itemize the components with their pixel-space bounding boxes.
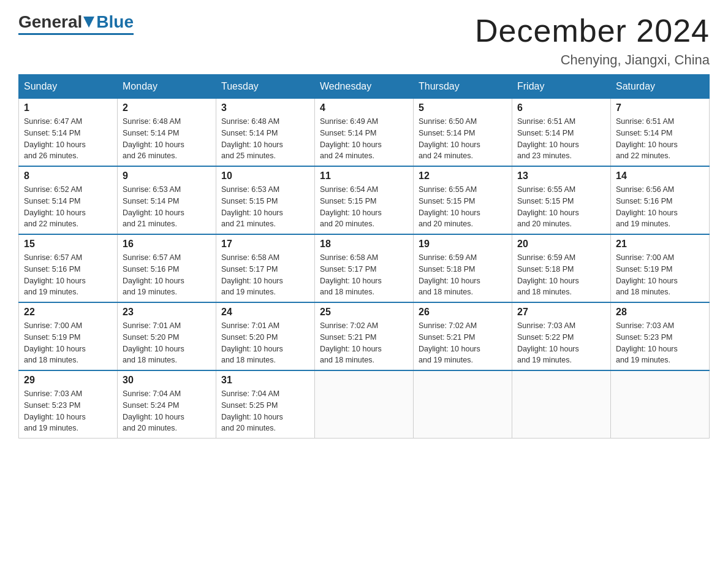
day-number: 26 bbox=[419, 307, 507, 318]
weekday-header-row: SundayMondayTuesdayWednesdayThursdayFrid… bbox=[19, 75, 710, 99]
calendar-week-row: 15Sunrise: 6:57 AMSunset: 5:16 PMDayligh… bbox=[19, 234, 710, 302]
day-number: 3 bbox=[221, 102, 309, 113]
day-number: 20 bbox=[517, 239, 605, 250]
day-number: 30 bbox=[123, 375, 211, 386]
day-info: Sunrise: 6:58 AMSunset: 5:17 PMDaylight:… bbox=[221, 252, 309, 298]
header: General Blue December 2024 Chenying, Jia… bbox=[18, 12, 710, 68]
weekday-header-sunday: Sunday bbox=[19, 75, 118, 99]
weekday-header-wednesday: Wednesday bbox=[315, 75, 414, 99]
day-info: Sunrise: 7:04 AMSunset: 5:24 PMDaylight:… bbox=[123, 388, 211, 434]
day-number: 6 bbox=[517, 102, 605, 113]
day-info: Sunrise: 7:02 AMSunset: 5:21 PMDaylight:… bbox=[419, 320, 507, 366]
calendar-cell bbox=[414, 370, 512, 439]
calendar-cell: 7Sunrise: 6:51 AMSunset: 5:14 PMDaylight… bbox=[611, 99, 710, 167]
calendar-cell: 6Sunrise: 6:51 AMSunset: 5:14 PMDaylight… bbox=[512, 99, 611, 167]
day-number: 29 bbox=[24, 375, 112, 386]
day-number: 16 bbox=[123, 239, 211, 250]
day-number: 4 bbox=[320, 102, 408, 113]
calendar-cell: 10Sunrise: 6:53 AMSunset: 5:15 PMDayligh… bbox=[216, 166, 315, 234]
calendar-cell: 31Sunrise: 7:04 AMSunset: 5:25 PMDayligh… bbox=[216, 370, 315, 439]
calendar-cell: 21Sunrise: 7:00 AMSunset: 5:19 PMDayligh… bbox=[611, 234, 710, 302]
day-number: 12 bbox=[419, 170, 507, 182]
day-info: Sunrise: 7:00 AMSunset: 5:19 PMDaylight:… bbox=[616, 252, 704, 298]
day-number: 7 bbox=[616, 102, 704, 113]
calendar-cell: 13Sunrise: 6:55 AMSunset: 5:15 PMDayligh… bbox=[512, 166, 611, 234]
calendar-cell: 29Sunrise: 7:03 AMSunset: 5:23 PMDayligh… bbox=[19, 370, 118, 439]
weekday-header-thursday: Thursday bbox=[414, 75, 512, 99]
logo-general-text: General bbox=[18, 12, 82, 32]
day-info: Sunrise: 6:51 AMSunset: 5:14 PMDaylight:… bbox=[517, 116, 605, 162]
title-area: December 2024 Chenying, Jiangxi, China bbox=[475, 12, 710, 68]
logo-underline bbox=[18, 33, 134, 35]
day-info: Sunrise: 6:53 AMSunset: 5:15 PMDaylight:… bbox=[221, 184, 309, 230]
day-info: Sunrise: 6:48 AMSunset: 5:14 PMDaylight:… bbox=[221, 116, 309, 162]
weekday-header-monday: Monday bbox=[118, 75, 216, 99]
day-info: Sunrise: 6:55 AMSunset: 5:15 PMDaylight:… bbox=[419, 184, 507, 230]
calendar-cell: 28Sunrise: 7:03 AMSunset: 5:23 PMDayligh… bbox=[611, 302, 710, 370]
day-info: Sunrise: 6:50 AMSunset: 5:14 PMDaylight:… bbox=[419, 116, 507, 162]
day-number: 17 bbox=[221, 239, 309, 250]
weekday-header-saturday: Saturday bbox=[611, 75, 710, 99]
weekday-header-tuesday: Tuesday bbox=[216, 75, 315, 99]
calendar-cell: 2Sunrise: 6:48 AMSunset: 5:14 PMDaylight… bbox=[118, 99, 216, 167]
calendar-cell: 19Sunrise: 6:59 AMSunset: 5:18 PMDayligh… bbox=[414, 234, 512, 302]
calendar-week-row: 1Sunrise: 6:47 AMSunset: 5:14 PMDaylight… bbox=[19, 99, 710, 167]
location-title: Chenying, Jiangxi, China bbox=[475, 52, 710, 68]
day-info: Sunrise: 7:02 AMSunset: 5:21 PMDaylight:… bbox=[320, 320, 408, 366]
day-info: Sunrise: 7:03 AMSunset: 5:23 PMDaylight:… bbox=[616, 320, 704, 366]
calendar-cell: 16Sunrise: 6:57 AMSunset: 5:16 PMDayligh… bbox=[118, 234, 216, 302]
day-number: 15 bbox=[24, 239, 112, 250]
calendar-cell: 20Sunrise: 6:59 AMSunset: 5:18 PMDayligh… bbox=[512, 234, 611, 302]
calendar-week-row: 8Sunrise: 6:52 AMSunset: 5:14 PMDaylight… bbox=[19, 166, 710, 234]
calendar-cell bbox=[512, 370, 611, 439]
calendar-week-row: 29Sunrise: 7:03 AMSunset: 5:23 PMDayligh… bbox=[19, 370, 710, 439]
day-number: 27 bbox=[517, 307, 605, 318]
calendar-cell: 18Sunrise: 6:58 AMSunset: 5:17 PMDayligh… bbox=[315, 234, 414, 302]
day-number: 1 bbox=[24, 102, 112, 113]
logo-blue-text: Blue bbox=[96, 12, 134, 32]
day-info: Sunrise: 7:03 AMSunset: 5:23 PMDaylight:… bbox=[24, 388, 112, 434]
calendar-week-row: 22Sunrise: 7:00 AMSunset: 5:19 PMDayligh… bbox=[19, 302, 710, 370]
calendar-cell: 14Sunrise: 6:56 AMSunset: 5:16 PMDayligh… bbox=[611, 166, 710, 234]
day-number: 10 bbox=[221, 170, 309, 182]
day-info: Sunrise: 7:01 AMSunset: 5:20 PMDaylight:… bbox=[221, 320, 309, 366]
day-number: 18 bbox=[320, 239, 408, 250]
calendar-cell: 27Sunrise: 7:03 AMSunset: 5:22 PMDayligh… bbox=[512, 302, 611, 370]
day-info: Sunrise: 6:59 AMSunset: 5:18 PMDaylight:… bbox=[517, 252, 605, 298]
day-info: Sunrise: 6:57 AMSunset: 5:16 PMDaylight:… bbox=[24, 252, 112, 298]
day-info: Sunrise: 7:04 AMSunset: 5:25 PMDaylight:… bbox=[221, 388, 309, 434]
calendar-cell: 3Sunrise: 6:48 AMSunset: 5:14 PMDaylight… bbox=[216, 99, 315, 167]
calendar-cell: 9Sunrise: 6:53 AMSunset: 5:14 PMDaylight… bbox=[118, 166, 216, 234]
calendar-cell: 23Sunrise: 7:01 AMSunset: 5:20 PMDayligh… bbox=[118, 302, 216, 370]
day-info: Sunrise: 6:55 AMSunset: 5:15 PMDaylight:… bbox=[517, 184, 605, 230]
day-number: 14 bbox=[616, 170, 704, 182]
day-info: Sunrise: 6:47 AMSunset: 5:14 PMDaylight:… bbox=[24, 116, 112, 162]
logo: General Blue bbox=[18, 12, 134, 35]
calendar-cell: 12Sunrise: 6:55 AMSunset: 5:15 PMDayligh… bbox=[414, 166, 512, 234]
day-info: Sunrise: 6:48 AMSunset: 5:14 PMDaylight:… bbox=[123, 116, 211, 162]
day-number: 28 bbox=[616, 307, 704, 318]
day-number: 24 bbox=[221, 307, 309, 318]
calendar-cell: 4Sunrise: 6:49 AMSunset: 5:14 PMDaylight… bbox=[315, 99, 414, 167]
day-number: 22 bbox=[24, 307, 112, 318]
day-number: 31 bbox=[221, 375, 309, 386]
day-info: Sunrise: 6:49 AMSunset: 5:14 PMDaylight:… bbox=[320, 116, 408, 162]
calendar-cell: 17Sunrise: 6:58 AMSunset: 5:17 PMDayligh… bbox=[216, 234, 315, 302]
month-title: December 2024 bbox=[475, 12, 710, 49]
day-info: Sunrise: 6:53 AMSunset: 5:14 PMDaylight:… bbox=[123, 184, 211, 230]
day-info: Sunrise: 6:51 AMSunset: 5:14 PMDaylight:… bbox=[616, 116, 704, 162]
day-number: 2 bbox=[123, 102, 211, 113]
day-number: 21 bbox=[616, 239, 704, 250]
calendar-cell: 8Sunrise: 6:52 AMSunset: 5:14 PMDaylight… bbox=[19, 166, 118, 234]
logo-triangle-icon bbox=[83, 12, 94, 32]
calendar-cell: 30Sunrise: 7:04 AMSunset: 5:24 PMDayligh… bbox=[118, 370, 216, 439]
day-info: Sunrise: 7:00 AMSunset: 5:19 PMDaylight:… bbox=[24, 320, 112, 366]
day-info: Sunrise: 6:58 AMSunset: 5:17 PMDaylight:… bbox=[320, 252, 408, 298]
day-info: Sunrise: 6:52 AMSunset: 5:14 PMDaylight:… bbox=[24, 184, 112, 230]
calendar-cell: 15Sunrise: 6:57 AMSunset: 5:16 PMDayligh… bbox=[19, 234, 118, 302]
calendar-cell: 25Sunrise: 7:02 AMSunset: 5:21 PMDayligh… bbox=[315, 302, 414, 370]
calendar-cell: 5Sunrise: 6:50 AMSunset: 5:14 PMDaylight… bbox=[414, 99, 512, 167]
day-info: Sunrise: 6:54 AMSunset: 5:15 PMDaylight:… bbox=[320, 184, 408, 230]
calendar-cell: 11Sunrise: 6:54 AMSunset: 5:15 PMDayligh… bbox=[315, 166, 414, 234]
day-info: Sunrise: 6:56 AMSunset: 5:16 PMDaylight:… bbox=[616, 184, 704, 230]
